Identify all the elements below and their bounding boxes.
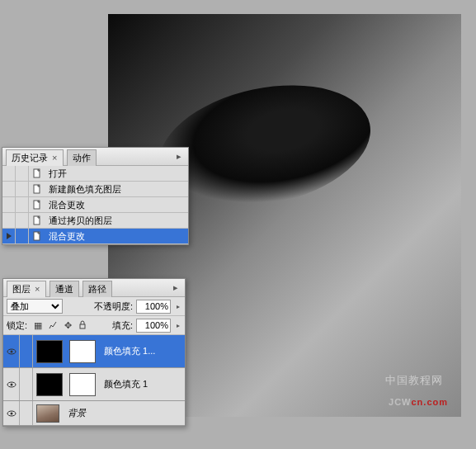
layer-thumb[interactable] xyxy=(36,404,59,423)
history-label: 通过拷贝的图层 xyxy=(45,215,188,227)
history-label: 新建颜色填充图层 xyxy=(45,183,188,196)
layer-name: 颜色填充 1... xyxy=(99,345,185,357)
document-icon xyxy=(29,199,45,211)
blend-mode-select[interactable]: 叠加 xyxy=(7,299,63,314)
document-icon xyxy=(29,168,45,180)
watermark: JCWcn.com xyxy=(389,394,448,409)
fill-label: 填充: xyxy=(112,319,133,332)
document-icon xyxy=(29,230,45,243)
panel-menu-icon[interactable]: ▸ xyxy=(170,282,181,293)
history-label: 混合更改 xyxy=(45,230,188,243)
eye-icon xyxy=(7,380,16,390)
document-icon xyxy=(29,215,45,227)
pointer-icon xyxy=(5,232,13,240)
layer-name: 背景 xyxy=(63,407,185,419)
document-icon xyxy=(29,183,45,196)
panel-header: 历史记录 × 动作 ▸ xyxy=(2,148,188,166)
layer-thumb[interactable] xyxy=(36,340,63,363)
lock-all-icon[interactable] xyxy=(77,319,88,331)
visibility-toggle[interactable] xyxy=(3,368,20,400)
layers-panel: 图层 × 通道 路径 ▸ 叠加 不透明度: 100% ▸ 锁定: ▦ ✥ 填充: xyxy=(2,278,186,427)
watermark-cn: 中国教程网 xyxy=(385,373,443,388)
layer-row[interactable]: 颜色填充 1 xyxy=(3,368,185,401)
history-label: 混合更改 xyxy=(45,199,188,211)
blend-row: 叠加 不透明度: 100% ▸ xyxy=(3,297,185,316)
chevron-right-icon[interactable]: ▸ xyxy=(177,303,180,310)
history-item[interactable]: 打开 xyxy=(2,166,188,182)
panel-header: 图层 × 通道 路径 ▸ xyxy=(3,279,185,297)
tab-paths[interactable]: 路径 xyxy=(82,281,112,297)
svg-rect-5 xyxy=(80,324,85,328)
tab-actions[interactable]: 动作 xyxy=(67,149,97,166)
panel-menu-icon[interactable]: ▸ xyxy=(173,151,185,162)
history-panel: 历史记录 × 动作 ▸ 打开 新建颜色填充图层 混合更改 通过拷贝的图层 xyxy=(2,147,189,245)
eye-icon xyxy=(7,347,16,357)
history-label: 打开 xyxy=(45,168,188,180)
close-icon[interactable]: × xyxy=(52,153,57,163)
close-icon[interactable]: × xyxy=(35,284,40,294)
history-item[interactable]: 新建颜色填充图层 xyxy=(2,182,188,197)
visibility-toggle[interactable] xyxy=(3,335,20,367)
lock-label: 锁定: xyxy=(7,319,27,332)
svg-point-11 xyxy=(10,412,12,414)
mask-thumb[interactable] xyxy=(69,373,96,396)
history-item[interactable]: 混合更改 xyxy=(2,229,188,244)
tab-layers[interactable]: 图层 × xyxy=(7,281,46,297)
fill-value[interactable]: 100% xyxy=(136,319,171,333)
eye-icon xyxy=(7,409,16,418)
history-item[interactable]: 通过拷贝的图层 xyxy=(2,213,188,229)
lock-transparency-icon[interactable]: ▦ xyxy=(32,319,44,331)
tab-history[interactable]: 历史记录 × xyxy=(6,149,64,166)
layer-row-background[interactable]: 背景 xyxy=(3,401,185,426)
lock-row: 锁定: ▦ ✥ 填充: 100% ▸ xyxy=(3,316,185,335)
chevron-right-icon[interactable]: ▸ xyxy=(177,322,180,329)
lock-move-icon[interactable]: ✥ xyxy=(62,319,73,331)
layer-thumb[interactable] xyxy=(36,373,63,396)
layer-name: 颜色填充 1 xyxy=(99,378,185,390)
svg-point-7 xyxy=(10,350,12,352)
layer-row[interactable]: 颜色填充 1... xyxy=(3,335,185,368)
tab-channels[interactable]: 通道 xyxy=(49,281,79,297)
visibility-toggle[interactable] xyxy=(3,401,20,425)
opacity-value[interactable]: 100% xyxy=(136,300,171,314)
history-item[interactable]: 混合更改 xyxy=(2,197,188,213)
opacity-label: 不透明度: xyxy=(94,300,133,313)
svg-point-9 xyxy=(10,383,12,385)
mask-thumb[interactable] xyxy=(69,340,96,363)
lock-brush-icon[interactable] xyxy=(47,319,59,331)
